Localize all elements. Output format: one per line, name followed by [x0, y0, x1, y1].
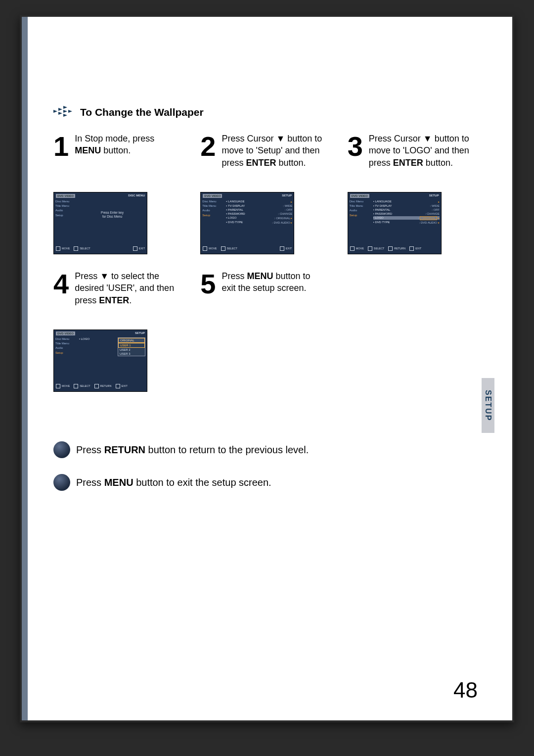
step-1: 1 In Stop mode, press MENU button. DVD V… — [53, 133, 182, 254]
note-text: Press RETURN button to return to the pre… — [76, 444, 309, 456]
note-menu: Press MENU button to exit the setup scre… — [53, 474, 463, 491]
step-desc: Press MENU button to exit the setup scre… — [222, 270, 324, 294]
section-title: To Change the Wallpaper — [80, 106, 204, 118]
svg-marker-5 — [63, 114, 67, 117]
section-header: To Change the Wallpaper — [53, 106, 492, 119]
svg-marker-0 — [53, 110, 57, 113]
step-desc: Press ▼ to select the desired 'USER', an… — [75, 270, 177, 306]
screenshot-4: DVD VIDEO SETUP Disc Menu Title Menu Aud… — [53, 330, 147, 392]
section-tab-setup: SETUP — [482, 378, 494, 433]
step-desc: Press Cursor ▼ button to move to 'LOGO' … — [369, 133, 471, 169]
step-5: 5 Press MENU button to exit the setup sc… — [200, 270, 329, 392]
center-message: Press Enter key for Disc Menu — [78, 199, 147, 245]
page-content: To Change the Wallpaper 1 In Stop mode, … — [22, 17, 512, 720]
chip: DVD VIDEO — [56, 194, 75, 198]
step-number: 3 — [348, 136, 363, 158]
step-number: 1 — [53, 136, 69, 158]
svg-marker-2 — [58, 112, 62, 115]
screenshot-1: DVD VIDEO DISC MENU Disc Menu Title Menu… — [53, 192, 147, 254]
note-text: Press MENU button to exit the setup scre… — [76, 477, 271, 488]
svg-marker-4 — [63, 110, 67, 113]
sidebar: Disc Menu Title Menu Audio Setup — [54, 199, 78, 245]
bullet-icon — [53, 441, 70, 458]
step-2: 2 Press Cursor ▼ button to move to 'Setu… — [200, 133, 329, 254]
page-frame: To Change the Wallpaper 1 In Stop mode, … — [0, 0, 534, 756]
step-desc: In Stop mode, press MENU button. — [75, 133, 177, 157]
screenshot-3: DVD VIDEO SETUP Disc Menu Title Menu Aud… — [348, 192, 442, 254]
arrows-icon — [53, 106, 74, 119]
steps-grid: 1 In Stop mode, press MENU button. DVD V… — [53, 133, 492, 392]
svg-marker-1 — [58, 108, 62, 111]
screenshot-2: DVD VIDEO SETUP Disc Menu Title Menu Aud… — [200, 192, 294, 254]
manual-page: To Change the Wallpaper 1 In Stop mode, … — [20, 15, 514, 722]
step-3: 3 Press Cursor ▼ button to move to 'LOGO… — [348, 133, 477, 254]
bullet-icon — [53, 474, 70, 491]
step-4: 4 Press ▼ to select the desired 'USER', … — [53, 270, 182, 392]
page-number: 48 — [453, 678, 478, 703]
svg-marker-3 — [63, 106, 67, 109]
svg-marker-6 — [68, 110, 72, 113]
step-head: 1 In Stop mode, press MENU button. — [53, 133, 177, 182]
note-return: Press RETURN button to return to the pre… — [53, 441, 463, 458]
step-desc: Press Cursor ▼ button to move to 'Setup'… — [222, 133, 324, 169]
footer-notes: Press RETURN button to return to the pre… — [53, 441, 492, 491]
step-number: 4 — [53, 273, 69, 295]
step-number: 2 — [200, 136, 216, 158]
step-number: 5 — [200, 273, 216, 295]
